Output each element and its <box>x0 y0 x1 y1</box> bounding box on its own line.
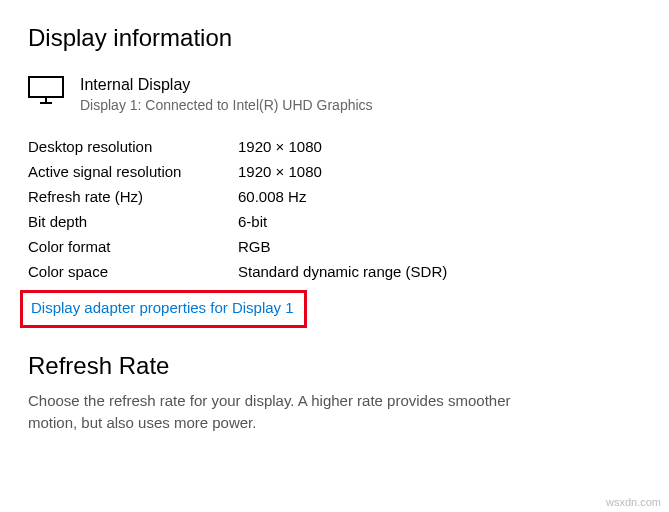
svg-rect-0 <box>29 77 63 97</box>
prop-value: 1920 × 1080 <box>238 163 322 180</box>
display-properties-table: Desktop resolution 1920 × 1080 Active si… <box>28 134 641 284</box>
prop-label: Desktop resolution <box>28 138 238 155</box>
prop-value: 6-bit <box>238 213 267 230</box>
prop-label: Bit depth <box>28 213 238 230</box>
display-name: Internal Display <box>80 74 373 96</box>
watermark: wsxdn.com <box>606 496 661 508</box>
prop-label: Color space <box>28 263 238 280</box>
prop-row-bit-depth: Bit depth 6-bit <box>28 209 641 234</box>
prop-label: Active signal resolution <box>28 163 238 180</box>
prop-value: 1920 × 1080 <box>238 138 322 155</box>
prop-row-refresh-rate: Refresh rate (Hz) 60.008 Hz <box>28 184 641 209</box>
section-heading-refresh-rate: Refresh Rate <box>28 352 641 380</box>
prop-row-color-format: Color format RGB <box>28 234 641 259</box>
prop-label: Color format <box>28 238 238 255</box>
section-heading-display-info: Display information <box>28 24 641 52</box>
display-adapter-properties-link[interactable]: Display adapter properties for Display 1 <box>31 299 294 316</box>
prop-row-active-signal-resolution: Active signal resolution 1920 × 1080 <box>28 159 641 184</box>
highlight-box: Display adapter properties for Display 1 <box>20 290 307 328</box>
display-subtitle: Display 1: Connected to Intel(R) UHD Gra… <box>80 96 373 116</box>
prop-value: Standard dynamic range (SDR) <box>238 263 447 280</box>
prop-value: RGB <box>238 238 271 255</box>
display-summary: Internal Display Display 1: Connected to… <box>28 74 641 116</box>
prop-row-color-space: Color space Standard dynamic range (SDR) <box>28 259 641 284</box>
refresh-rate-description: Choose the refresh rate for your display… <box>28 390 548 434</box>
monitor-icon <box>28 76 64 104</box>
prop-label: Refresh rate (Hz) <box>28 188 238 205</box>
prop-row-desktop-resolution: Desktop resolution 1920 × 1080 <box>28 134 641 159</box>
prop-value: 60.008 Hz <box>238 188 306 205</box>
